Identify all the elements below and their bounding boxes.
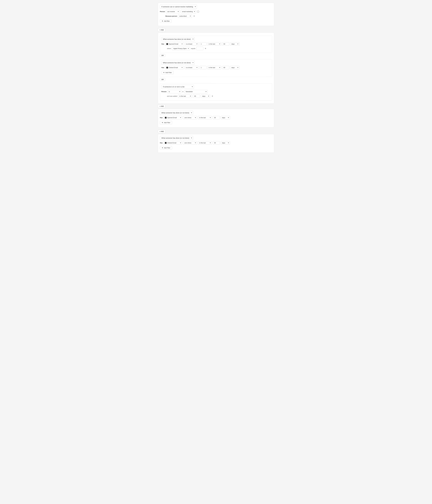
filter-icon-2: ▼: [163, 72, 165, 73]
filter-group-1: If someone can or cannot receive marketi…: [158, 3, 274, 26]
days-dropdown-3[interactable]: days: [201, 94, 210, 98]
in-the-last-dropdown-3[interactable]: in the last: [178, 94, 192, 98]
is-at-least-dropdown-2[interactable]: is at least: [185, 66, 198, 69]
has-label-1: Has: [161, 43, 164, 45]
zero-times-dropdown-2[interactable]: zero times: [183, 141, 197, 144]
is-at-least-dropdown-1[interactable]: is at least: [185, 42, 198, 46]
what-done-dropdown-4[interactable]: What someone has done (or not done): [160, 136, 193, 140]
person-label-2: Person: [161, 91, 167, 92]
in-the-last-dropdown-4[interactable]: in the last: [198, 116, 212, 119]
filter-icon-3: ▼: [162, 122, 163, 124]
opened-email-icon: [166, 43, 168, 45]
person-label: Person: [160, 11, 165, 12]
remove-because-btn[interactable]: ✕: [193, 15, 195, 17]
subscribed-dropdown[interactable]: subscribed: [178, 14, 192, 18]
opened-email-icon-2: [165, 117, 167, 118]
add-filter-btn-3[interactable]: ▼ Add Filter: [160, 121, 172, 124]
email-marketing-dropdown[interactable]: email marketing: [181, 10, 196, 13]
zero-times-dropdown-1[interactable]: zero times: [183, 116, 197, 119]
opened-email-dropdown[interactable]: Opened Email: [165, 42, 184, 46]
where-label: where: [167, 48, 171, 49]
opened-email-dropdown-2[interactable]: Opened Email: [164, 116, 182, 119]
and-btn-3[interactable]: + AND: [158, 130, 165, 133]
apple-privacy-dropdown[interactable]: Apple Privacy Open: [172, 47, 190, 50]
in-label: in: [182, 91, 183, 92]
count-input-1[interactable]: [199, 42, 207, 46]
filter-icon-1: ▼: [162, 20, 163, 22]
clicked-email-dropdown-1[interactable]: Clicked Email: [165, 66, 184, 69]
and-connector-2: + AND: [158, 104, 274, 109]
has-label-2: Has: [161, 67, 164, 68]
what-done-dropdown-1[interactable]: What someone has done (or not done): [161, 37, 195, 41]
filter-group-3: What someone has done (or not done) Has …: [158, 109, 274, 127]
filter-icon-4: ▼: [162, 147, 163, 149]
days-dropdown-1[interactable]: days: [230, 42, 239, 46]
or-section-2: What someone has done (or not done) Has …: [160, 59, 272, 77]
and-btn-1[interactable]: + AND: [158, 28, 165, 32]
opened-email-label: Opened Email: [169, 43, 178, 45]
add-filter-btn-2[interactable]: ▼ Add Filter: [161, 71, 174, 74]
add-filter-btn-4[interactable]: ▼ Add Filter: [160, 146, 172, 150]
clicked-email-icon-2: [165, 142, 167, 144]
opened-email-label-2: Opened Email: [167, 117, 177, 118]
days-input-4[interactable]: [213, 116, 220, 119]
days-dropdown-4[interactable]: days: [221, 116, 230, 119]
clicked-email-label-2: Clicked Email: [167, 142, 176, 144]
clicked-email-label-1: Clicked Email: [169, 67, 178, 68]
in-the-last-dropdown-2[interactable]: in the last: [207, 66, 221, 69]
filter-group-2: What someone has done (or not done) Has …: [158, 33, 274, 104]
info-icon[interactable]: i: [197, 10, 199, 13]
and-was-added-label: and was added: [167, 95, 177, 97]
add-filter-btn-1[interactable]: ▼ Add filter: [160, 19, 171, 23]
can-receive-dropdown[interactable]: can receive: [166, 10, 180, 13]
marketing-dropdown[interactable]: If someone can or cannot receive marketi…: [160, 5, 197, 9]
days-dropdown-2[interactable]: days: [230, 66, 239, 69]
equals-value-input[interactable]: [196, 47, 203, 50]
or-btn-1[interactable]: OR: [160, 54, 165, 57]
what-done-dropdown-2[interactable]: What someone has done (or not done): [161, 61, 195, 65]
days-input-3[interactable]: [193, 94, 200, 98]
remove-where-btn[interactable]: ✕: [204, 47, 207, 50]
equals-label: equals: [191, 48, 195, 49]
has-label-4: Has: [160, 142, 163, 144]
or-section-1: What someone has done (or not done) Has …: [160, 36, 272, 53]
newsletter-dropdown[interactable]: Newsletter: [184, 90, 208, 93]
filter-group-4: What someone has done (or not done) Has …: [158, 134, 274, 153]
count-input-2[interactable]: [199, 66, 207, 69]
and-connector-1: + AND: [158, 27, 274, 33]
is-dropdown[interactable]: is: [167, 90, 181, 93]
days-input-5[interactable]: [213, 141, 220, 144]
in-the-last-dropdown-1[interactable]: in the last: [207, 42, 221, 46]
what-done-dropdown-3[interactable]: What someone has done (or not done): [160, 111, 193, 115]
and-connector-3: + AND: [158, 129, 274, 134]
has-label-3: Has: [160, 117, 163, 118]
days-input-1[interactable]: [222, 42, 229, 46]
and-btn-2[interactable]: + AND: [158, 105, 165, 108]
remove-added-btn[interactable]: ✕: [211, 95, 214, 97]
or-btn-2[interactable]: OR: [160, 78, 165, 81]
because-person-label: Because person: [165, 15, 177, 17]
clicked-email-dropdown-2[interactable]: Clicked Email: [164, 141, 182, 144]
clicked-email-icon-1: [166, 67, 168, 68]
days-input-2[interactable]: [222, 66, 229, 69]
in-the-last-dropdown-5[interactable]: in the last: [198, 141, 212, 144]
list-main-dropdown[interactable]: If someone is in or not in a list: [161, 85, 194, 89]
days-dropdown-5[interactable]: days: [221, 141, 230, 144]
or-section-3: If someone is in or not in a list Person…: [160, 83, 272, 100]
